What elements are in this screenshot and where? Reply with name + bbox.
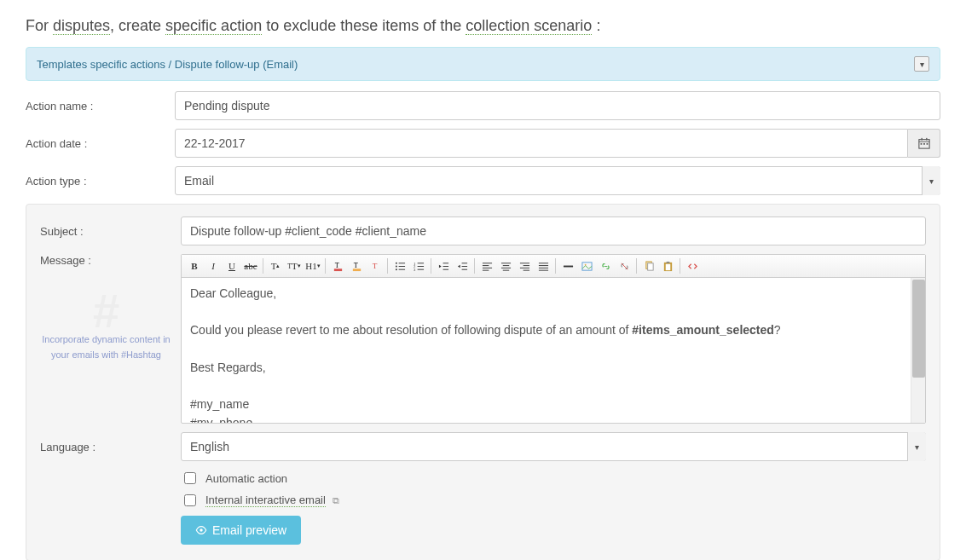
align-left-icon[interactable] xyxy=(477,257,496,274)
align-center-icon[interactable] xyxy=(496,257,515,274)
heading-text: : xyxy=(592,17,600,34)
svg-rect-5 xyxy=(923,143,925,145)
link-icon[interactable] xyxy=(596,257,615,274)
align-justify-icon[interactable] xyxy=(534,257,552,274)
underline-icon[interactable]: U xyxy=(223,257,241,274)
italic-icon[interactable]: I xyxy=(204,257,223,274)
message-line: Best Regards, xyxy=(190,359,917,378)
message-line: Could you please revert to me about reso… xyxy=(190,321,917,340)
unlink-icon[interactable] xyxy=(615,257,633,274)
external-link-icon[interactable]: ⧉ xyxy=(333,495,339,506)
heading-text: to exclude these items of the xyxy=(262,17,466,34)
align-right-icon[interactable] xyxy=(515,257,534,274)
svg-rect-4 xyxy=(920,143,922,145)
heading-text: For xyxy=(26,17,53,34)
hashtag-hint-text: Incorporate dynamic content in your emai… xyxy=(40,332,172,362)
svg-rect-49 xyxy=(581,262,591,269)
svg-text:T: T xyxy=(334,262,338,269)
svg-marker-28 xyxy=(457,264,460,268)
svg-point-14 xyxy=(395,268,396,270)
svg-line-51 xyxy=(621,263,627,268)
strike-icon[interactable]: abc xyxy=(241,257,260,274)
clear-color-icon[interactable]: T xyxy=(366,257,385,274)
action-date-input[interactable] xyxy=(175,129,908,158)
template-select-label: Templates specific actions / Dispute fol… xyxy=(37,58,298,71)
action-name-input[interactable] xyxy=(175,91,940,120)
outdent-icon[interactable] xyxy=(434,257,453,274)
bg-color-icon[interactable]: T xyxy=(347,257,366,274)
svg-rect-6 xyxy=(926,143,928,145)
email-preview-button[interactable]: Email preview xyxy=(181,516,301,545)
editor-toolbar: B I U abc T▴ TT▾ H1▾ T T T 123 xyxy=(182,255,925,278)
language-label: Language : xyxy=(40,441,181,453)
message-variable: #my_phone xyxy=(190,414,917,423)
svg-point-57 xyxy=(200,528,203,532)
message-text: ? xyxy=(774,323,781,337)
message-textarea[interactable]: Dear Colleague, Could you please revert … xyxy=(182,278,925,423)
subject-input[interactable] xyxy=(181,216,926,245)
message-variable: #items_amount_selected xyxy=(632,323,774,337)
svg-rect-56 xyxy=(666,261,669,263)
code-icon[interactable] xyxy=(683,257,702,274)
svg-text:T: T xyxy=(372,262,377,270)
svg-point-12 xyxy=(395,262,396,263)
scrollbar[interactable] xyxy=(911,278,925,423)
svg-rect-55 xyxy=(665,263,670,269)
automatic-action-label: Automatic action xyxy=(205,472,287,485)
svg-rect-10 xyxy=(352,268,360,271)
heading-text: , create xyxy=(110,17,165,34)
internal-email-checkbox[interactable] xyxy=(184,494,196,506)
font-size-up-icon[interactable]: T▴ xyxy=(266,257,285,274)
eye-icon xyxy=(195,524,207,536)
email-preview-label: Email preview xyxy=(212,523,286,537)
ol-icon[interactable]: 123 xyxy=(409,257,428,274)
action-date-label: Action date : xyxy=(26,137,175,150)
action-type-select[interactable] xyxy=(175,166,940,195)
template-select-bar[interactable]: Templates specific actions / Dispute fol… xyxy=(26,47,940,81)
font-color-icon[interactable]: T xyxy=(328,257,347,274)
svg-text:3: 3 xyxy=(414,268,416,272)
copy-icon[interactable] xyxy=(639,257,658,274)
svg-text:T: T xyxy=(353,262,357,269)
svg-rect-2 xyxy=(921,138,922,141)
hashtag-hint: # Incorporate dynamic content in your em… xyxy=(40,287,181,362)
bold-icon[interactable]: B xyxy=(185,257,204,274)
font-size-down-icon[interactable]: TT▾ xyxy=(285,257,304,274)
hashtag-icon: # xyxy=(40,294,172,327)
heading-icon[interactable]: H1▾ xyxy=(304,257,322,274)
heading-term-specific-action: specific action xyxy=(165,17,262,35)
message-label: Message : xyxy=(40,254,181,267)
language-select[interactable] xyxy=(181,432,926,461)
svg-rect-53 xyxy=(647,263,653,269)
page-heading: For disputes, create specific action to … xyxy=(26,17,940,35)
automatic-action-checkbox[interactable] xyxy=(184,472,196,484)
ul-icon[interactable] xyxy=(390,257,409,274)
calendar-icon[interactable] xyxy=(908,129,940,158)
message-variable: #my_name xyxy=(190,395,917,414)
paste-icon[interactable] xyxy=(658,257,677,274)
svg-rect-8 xyxy=(333,268,341,271)
heading-term-disputes: disputes xyxy=(53,17,110,35)
svg-point-13 xyxy=(395,265,396,267)
message-editor: B I U abc T▴ TT▾ H1▾ T T T 123 xyxy=(181,254,926,424)
internal-email-label: Internal interactive email xyxy=(205,494,326,507)
indent-icon[interactable] xyxy=(453,257,471,274)
heading-term-collection-scenario: collection scenario xyxy=(466,17,592,35)
svg-marker-24 xyxy=(438,264,441,268)
action-type-label: Action type : xyxy=(26,175,175,188)
image-icon[interactable] xyxy=(577,257,596,274)
message-line: Dear Colleague, xyxy=(190,285,917,303)
action-name-label: Action name : xyxy=(26,100,175,113)
svg-rect-3 xyxy=(926,138,927,141)
subject-label: Subject : xyxy=(40,225,181,238)
message-text: Could you please revert to me about reso… xyxy=(190,323,632,337)
chevron-down-icon[interactable]: ▾ xyxy=(914,56,929,72)
email-panel: Subject : Message : # Incorporate dynami… xyxy=(26,204,940,560)
hr-icon[interactable] xyxy=(558,257,577,274)
